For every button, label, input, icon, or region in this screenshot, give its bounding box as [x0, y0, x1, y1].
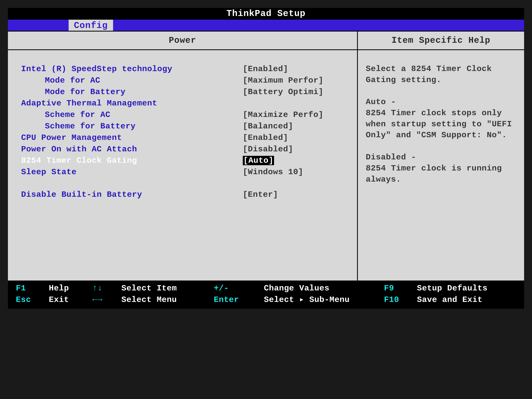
arrows-leftright-icon: ←→ [92, 294, 121, 306]
setting-value[interactable]: [Auto] [243, 155, 274, 166]
setting-label: Mode for Battery [21, 86, 243, 98]
hint-change-values: Change Values [264, 283, 384, 294]
setting-value[interactable]: [Maximum Perfor] [243, 75, 323, 86]
setting-value[interactable]: [Disabled] [243, 144, 293, 155]
key-f9: F9 [384, 283, 417, 294]
setting-mode-ac[interactable]: Mode for AC [Maximum Perfor] [21, 75, 352, 86]
help-paragraph: Auto - 8254 Timer clock stops only when … [366, 96, 516, 141]
bios-screen: ThinkPad Setup Config Power Intel (R) Sp… [8, 8, 524, 309]
arrows-updown-icon: ↑↓ [92, 283, 121, 294]
key-plusminus: +/- [214, 283, 264, 294]
setting-label: Mode for AC [21, 75, 243, 86]
key-esc: Esc [16, 294, 49, 306]
hint-select-item: Select Item [121, 283, 214, 294]
setting-scheme-ac[interactable]: Scheme for AC [Maximize Perfo] [21, 109, 352, 120]
setting-label: Scheme for AC [21, 109, 243, 120]
setting-cpu-power-mgmt[interactable]: CPU Power Management [Enabled] [21, 132, 352, 144]
setting-value[interactable]: [Battery Optimi] [243, 86, 323, 98]
setting-sleep-state[interactable]: Sleep State [Windows 10] [21, 166, 352, 178]
hint-help: Help [49, 283, 92, 294]
help-paragraph: Select a 8254 Timer Clock Gating setting… [366, 63, 516, 85]
setting-label: Intel (R) SpeedStep technology [21, 63, 243, 75]
setting-label: CPU Power Management [21, 132, 243, 144]
setting-speedstep[interactable]: Intel (R) SpeedStep technology [Enabled] [21, 63, 352, 75]
spacer [21, 178, 352, 189]
action-disable-builtin-battery[interactable]: Disable Built-in Battery [Enter] [21, 189, 352, 200]
setting-mode-battery[interactable]: Mode for Battery [Battery Optimi] [21, 86, 352, 98]
setting-label: 8254 Timer Clock Gating [21, 155, 243, 166]
window-title: ThinkPad Setup [8, 8, 524, 20]
hint-save-and-exit: Save and Exit [417, 294, 482, 306]
setting-scheme-battery[interactable]: Scheme for Battery [Balanced] [21, 120, 352, 132]
main-panel-header: Power [8, 32, 357, 50]
main-panel: Power Intel (R) SpeedStep technology [En… [8, 32, 358, 280]
tab-bar-lead [8, 20, 69, 31]
help-panel-header: Item Specific Help [358, 32, 524, 50]
footer-keyhints: F1 Help ↑↓ Select Item +/- Change Values… [8, 280, 524, 309]
footer-row-2: Esc Exit ←→ Select Menu Enter Select ▸ S… [16, 294, 516, 306]
setting-adaptive-thermal[interactable]: Adaptive Thermal Management [21, 98, 352, 109]
hint-setup-defaults: Setup Defaults [417, 283, 488, 294]
footer-row-1: F1 Help ↑↓ Select Item +/- Change Values… [16, 283, 516, 294]
setting-power-on-ac-attach[interactable]: Power On with AC Attach [Disabled] [21, 144, 352, 155]
setting-value[interactable]: [Enter] [243, 189, 278, 200]
hint-select-submenu: Select ▸ Sub-Menu [264, 294, 384, 306]
content-area: Power Intel (R) SpeedStep technology [En… [8, 31, 524, 280]
help-paragraph: Disabled - 8254 Timer clock is running a… [366, 152, 516, 185]
setting-value[interactable]: [Windows 10] [243, 166, 303, 178]
setting-label: Adaptive Thermal Management [21, 98, 243, 109]
tab-config[interactable]: Config [69, 20, 113, 31]
setting-value[interactable]: [Maximize Perfo] [243, 109, 323, 120]
setting-8254-timer-clock-gating[interactable]: 8254 Timer Clock Gating [Auto] [21, 155, 352, 166]
tab-bar: Config [8, 20, 524, 31]
key-f1: F1 [16, 283, 49, 294]
hint-exit: Exit [49, 294, 92, 306]
help-panel: Item Specific Help Select a 8254 Timer C… [358, 32, 524, 280]
key-enter: Enter [214, 294, 264, 306]
setting-label: Disable Built-in Battery [21, 189, 243, 200]
setting-value[interactable]: [Enabled] [243, 132, 288, 144]
setting-value[interactable]: [Balanced] [243, 120, 293, 132]
help-text: Select a 8254 Timer Clock Gating setting… [358, 50, 524, 280]
settings-list: Intel (R) SpeedStep technology [Enabled]… [8, 50, 357, 280]
setting-label: Sleep State [21, 166, 243, 178]
hint-select-menu: Select Menu [121, 294, 214, 306]
setting-value[interactable]: [Enabled] [243, 63, 288, 75]
setting-label: Power On with AC Attach [21, 144, 243, 155]
key-f10: F10 [384, 294, 417, 306]
setting-label: Scheme for Battery [21, 120, 243, 132]
